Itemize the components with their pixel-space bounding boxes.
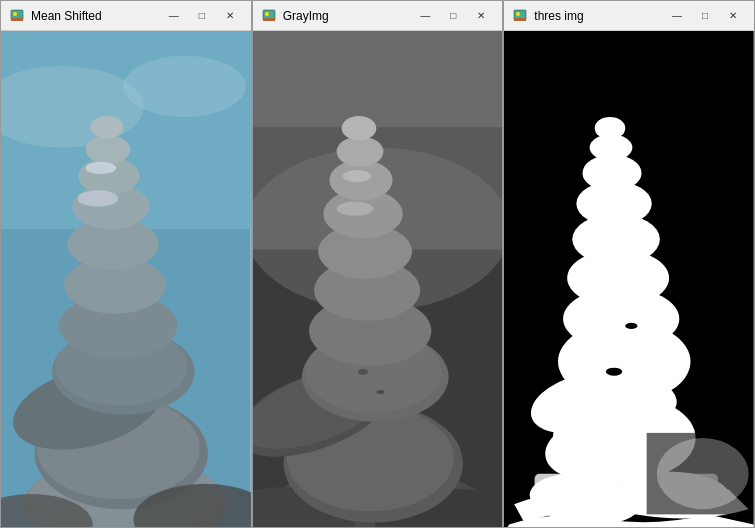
svg-point-75 <box>626 323 638 329</box>
title-thres-img: thres img <box>534 9 664 23</box>
window-icon-mean-shifted <box>9 8 25 24</box>
svg-point-24 <box>77 190 118 206</box>
minimize-btn-3[interactable]: — <box>664 6 690 26</box>
svg-point-49 <box>336 202 373 216</box>
svg-point-74 <box>606 368 622 376</box>
window-thres-img: thres img — □ ✕ <box>503 0 755 528</box>
svg-point-50 <box>342 170 371 182</box>
window-mean-shifted: Mean Shifted — □ ✕ <box>0 0 252 528</box>
title-gray-img: GrayImg <box>283 9 413 23</box>
svg-point-2 <box>13 12 17 16</box>
minimize-btn-2[interactable]: — <box>412 6 438 26</box>
close-btn-3[interactable]: ✕ <box>720 6 746 26</box>
title-mean-shifted: Mean Shifted <box>31 9 161 23</box>
svg-point-55 <box>516 12 520 16</box>
maximize-btn-1[interactable]: □ <box>189 6 215 26</box>
svg-rect-31 <box>253 31 503 127</box>
svg-point-47 <box>336 136 383 167</box>
titlebar-thres-img: thres img — □ ✕ <box>504 1 754 31</box>
close-btn-1[interactable]: ✕ <box>217 6 243 26</box>
svg-rect-54 <box>514 18 526 21</box>
window-icon-gray-img <box>261 8 277 24</box>
titlebar-mean-shifted: Mean Shifted — □ ✕ <box>1 1 251 31</box>
maximize-btn-2[interactable]: □ <box>440 6 466 26</box>
gray-img-image <box>253 31 503 527</box>
window-icon-thres-img <box>512 8 528 24</box>
content-gray-img <box>253 31 503 527</box>
maximize-btn-3[interactable]: □ <box>692 6 718 26</box>
svg-point-52 <box>376 390 384 394</box>
svg-point-48 <box>341 116 376 140</box>
controls-mean-shifted: — □ ✕ <box>161 6 243 26</box>
svg-rect-21 <box>1 31 251 527</box>
svg-point-51 <box>358 369 368 375</box>
svg-point-25 <box>86 162 117 174</box>
close-btn-2[interactable]: ✕ <box>468 6 494 26</box>
content-mean-shifted <box>1 31 251 527</box>
svg-point-28 <box>265 12 269 16</box>
thres-img-image <box>504 31 754 527</box>
controls-thres-img: — □ ✕ <box>664 6 746 26</box>
controls-gray-img: — □ ✕ <box>412 6 494 26</box>
svg-rect-27 <box>263 18 275 21</box>
svg-point-73 <box>657 438 749 509</box>
window-gray-img: GrayImg — □ ✕ <box>252 0 504 528</box>
svg-rect-1 <box>11 18 23 21</box>
content-thres-img <box>504 31 754 527</box>
mean-shifted-image <box>1 31 251 527</box>
titlebar-gray-img: GrayImg — □ ✕ <box>253 1 503 31</box>
minimize-btn-1[interactable]: — <box>161 6 187 26</box>
